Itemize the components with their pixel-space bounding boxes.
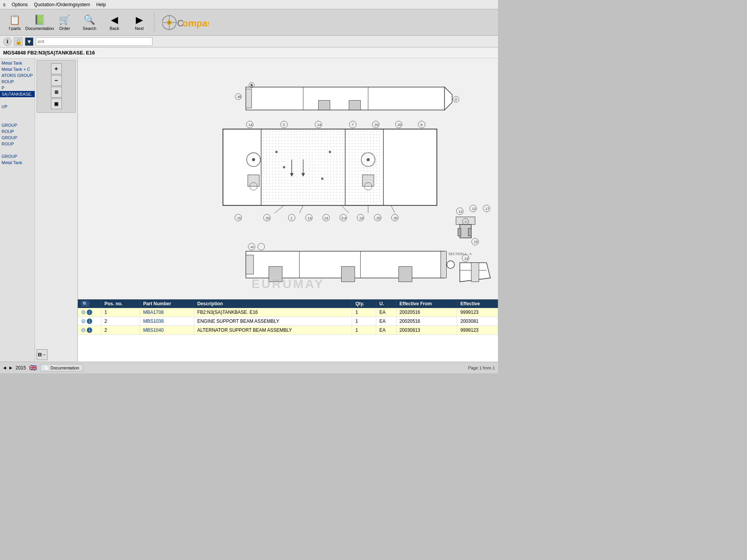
- zoom-reset-button[interactable]: ▣: [51, 98, 62, 109]
- parts-table-container: 🔍 Pos. no. Part Number Description Qty. …: [78, 299, 498, 362]
- sidebar-item-roup2[interactable]: ROUP: [0, 128, 35, 135]
- row-info-icon[interactable]: i: [87, 318, 92, 324]
- row-pos: 2: [101, 317, 140, 326]
- sidebar-item-group3[interactable]: GROUP: [0, 153, 35, 159]
- sidebar-item-blank2[interactable]: [0, 110, 35, 116]
- menu-options[interactable]: Options: [12, 2, 28, 7]
- row-partnumber[interactable]: MBS1038: [140, 317, 194, 326]
- expand-button[interactable]: ⊟→: [37, 349, 47, 360]
- row-config-icon[interactable]: ⚙: [81, 309, 86, 315]
- zoom-fit-button[interactable]: ⊞: [51, 87, 62, 98]
- next-button[interactable]: ▶ Next: [128, 11, 151, 34]
- menu-help[interactable]: Help: [96, 2, 106, 7]
- svg-point-49: [283, 166, 285, 168]
- table-row: ⚙ i 2 MBS1040 ALTERNATOR SUPPORT BEAM AS…: [78, 326, 498, 335]
- page-title: MGS4848 FB2:N3(SA)TANKBASE. E16: [3, 50, 95, 56]
- svg-line-52: [275, 205, 284, 213]
- row-config-icon[interactable]: ⚙: [81, 327, 86, 333]
- search-button[interactable]: 🔍 Search: [78, 11, 101, 34]
- row-pos: 2: [101, 326, 140, 335]
- row-qty: 1: [352, 308, 376, 317]
- svg-text:7: 7: [352, 123, 354, 127]
- row-info-icon[interactable]: i: [87, 327, 92, 333]
- svg-rect-38: [248, 175, 259, 186]
- svg-text:14: 14: [249, 123, 253, 127]
- sidebar-item-metal-tank2[interactable]: Metal Tank: [0, 159, 35, 166]
- row-eff-from: 20020516: [396, 317, 457, 326]
- svg-line-56: [391, 205, 395, 213]
- parts-diagram: 40 ∅ 14 3 14 7 20: [78, 58, 498, 299]
- info-button[interactable]: ℹ: [3, 37, 12, 46]
- svg-text:1: 1: [291, 216, 293, 220]
- sidebar-item-ators-group[interactable]: ATORS GROUP: [0, 72, 35, 79]
- svg-text:20: 20: [375, 123, 379, 127]
- svg-rect-105: [471, 263, 479, 282]
- svg-text:ompass: ompass: [182, 18, 209, 28]
- bottom-bar: ◀ ▶ 2015 🇬🇧 📄 Documentation Page 1 from …: [0, 362, 498, 373]
- filter-button[interactable]: ▼: [25, 37, 33, 46]
- sidebar-item-up[interactable]: UP: [0, 103, 35, 110]
- secondary-toolbar: ℹ 🔒 ▼: [0, 36, 498, 47]
- nav-arrow-left[interactable]: ◀: [3, 366, 6, 370]
- list-of-parts-button[interactable]: 📋 f parts: [3, 11, 26, 34]
- row-info-icon[interactable]: i: [87, 310, 92, 315]
- compass-logo-svg: C ompass: [162, 13, 209, 32]
- svg-text:40: 40: [237, 95, 241, 99]
- sidebar-item-roup3[interactable]: ROUP: [0, 141, 35, 147]
- row-actions[interactable]: ⚙ i: [78, 326, 101, 335]
- sidebar-item-p[interactable]: P: [0, 85, 35, 91]
- svg-point-86: [447, 261, 454, 269]
- search-input[interactable]: [36, 37, 153, 46]
- documentation-button[interactable]: 📗 Documentation: [28, 11, 51, 34]
- zoom-in-button[interactable]: +: [51, 63, 62, 74]
- back-button[interactable]: ◀ Back: [103, 11, 126, 34]
- svg-text:SECTION A - A: SECTION A - A: [448, 252, 472, 256]
- documentation-button[interactable]: 📄 Documentation: [40, 364, 83, 371]
- row-config-icon[interactable]: ⚙: [81, 318, 86, 324]
- row-actions[interactable]: ⚙ i: [78, 317, 101, 326]
- diagram-area: 40 ∅ 14 3 14 7 20: [78, 58, 498, 299]
- svg-text:15: 15: [237, 216, 241, 220]
- menu-quotation[interactable]: Quotation-/Orderingsystem: [34, 2, 90, 7]
- col-desc: Description: [194, 299, 352, 308]
- zoom-out-button[interactable]: −: [51, 75, 62, 86]
- svg-point-48: [275, 151, 278, 153]
- svg-rect-96: [468, 228, 471, 236]
- toolbar: 📋 f parts 📗 Documentation 🛒 Order 🔍 Sear…: [0, 9, 498, 36]
- svg-text:20: 20: [266, 216, 270, 220]
- zoom-sidebar: + − ⊞ ▣ ⊟→: [35, 58, 78, 362]
- svg-rect-82: [441, 251, 447, 278]
- sidebar-item-sa-tankbase[interactable]: SA)TANKBASE.: [0, 91, 35, 97]
- menu-bar: s Options Quotation-/Orderingsystem Help: [0, 0, 498, 9]
- main-layout: Metal Tank Metal Tank + C ATORS GROUP RO…: [0, 58, 498, 362]
- svg-rect-95: [458, 228, 461, 236]
- sidebar-item-blank4[interactable]: [0, 147, 35, 153]
- order-button[interactable]: 🛒 Order: [53, 11, 76, 34]
- row-partnumber[interactable]: MBA1708: [140, 308, 194, 317]
- svg-text:17: 17: [486, 207, 489, 211]
- lock-button[interactable]: 🔒: [14, 37, 23, 46]
- svg-rect-13: [319, 100, 330, 110]
- sidebar-item-blank1[interactable]: [0, 97, 35, 103]
- parts-table: 🔍 Pos. no. Part Number Description Qty. …: [78, 299, 498, 335]
- row-partnumber[interactable]: MBS1040: [140, 326, 194, 335]
- col-effective: Effective: [457, 299, 498, 308]
- menu-s[interactable]: s: [3, 2, 5, 7]
- row-actions[interactable]: ⚙ i: [78, 308, 101, 317]
- sidebar-item-roup[interactable]: ROUP: [0, 79, 35, 85]
- svg-point-76: [258, 243, 265, 250]
- svg-rect-83: [269, 266, 282, 282]
- nav-arrow-right[interactable]: ▶: [9, 366, 12, 370]
- svg-rect-84: [341, 266, 354, 282]
- sidebar-item-group1[interactable]: GROUP: [0, 122, 35, 128]
- zoom-controls: + − ⊞ ▣: [37, 60, 76, 113]
- year-label: 2015: [16, 365, 26, 371]
- sidebar-item-metal-tank[interactable]: Metal Tank: [0, 60, 35, 66]
- sidebar-item-group2[interactable]: GROUP: [0, 135, 35, 141]
- sidebar-item-metal-tank-c[interactable]: Metal Tank + C: [0, 66, 35, 72]
- back-icon: ◀: [111, 14, 118, 25]
- row-qty: 1: [352, 326, 376, 335]
- svg-rect-10: [246, 89, 252, 108]
- sidebar-item-blank3[interactable]: [0, 116, 35, 122]
- svg-point-51: [321, 178, 323, 180]
